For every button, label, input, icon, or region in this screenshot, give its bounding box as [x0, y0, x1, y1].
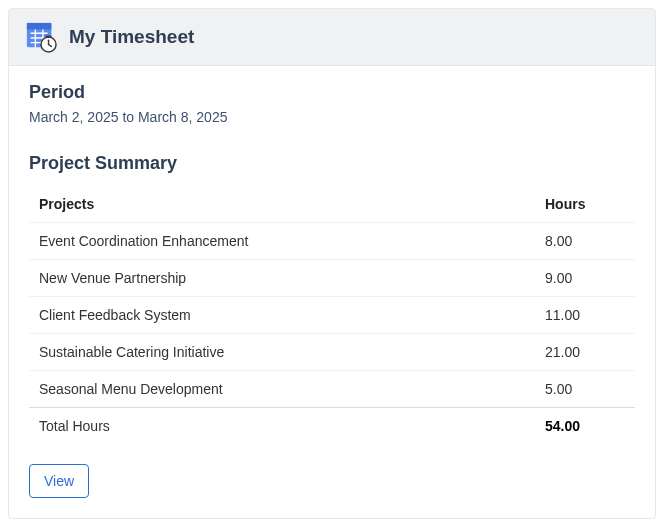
- view-button[interactable]: View: [29, 464, 89, 498]
- timesheet-card: My Timesheet Period March 2, 2025 to Mar…: [8, 8, 656, 519]
- summary-heading: Project Summary: [29, 153, 635, 174]
- table-row: Client Feedback System 11.00: [29, 297, 635, 334]
- table-row: Seasonal Menu Development 5.00: [29, 371, 635, 408]
- project-name-cell: Event Coordination Enhancement: [29, 223, 535, 260]
- svg-rect-8: [46, 36, 52, 38]
- column-header-hours: Hours: [535, 186, 635, 223]
- total-row: Total Hours 54.00: [29, 408, 635, 445]
- period-range: March 2, 2025 to March 8, 2025: [29, 109, 635, 125]
- project-hours-cell: 11.00: [535, 297, 635, 334]
- timesheet-icon: [25, 21, 57, 53]
- total-label-cell: Total Hours: [29, 408, 535, 445]
- column-header-projects: Projects: [29, 186, 535, 223]
- table-row: Sustainable Catering Initiative 21.00: [29, 334, 635, 371]
- project-hours-cell: 5.00: [535, 371, 635, 408]
- project-name-cell: Client Feedback System: [29, 297, 535, 334]
- project-name-cell: Seasonal Menu Development: [29, 371, 535, 408]
- project-hours-cell: 9.00: [535, 260, 635, 297]
- project-hours-cell: 21.00: [535, 334, 635, 371]
- project-hours-cell: 8.00: [535, 223, 635, 260]
- table-row: Event Coordination Enhancement 8.00: [29, 223, 635, 260]
- page-title: My Timesheet: [69, 26, 194, 48]
- project-summary-table: Projects Hours Event Coordination Enhanc…: [29, 186, 635, 444]
- table-row: New Venue Partnership 9.00: [29, 260, 635, 297]
- project-name-cell: New Venue Partnership: [29, 260, 535, 297]
- card-header: My Timesheet: [9, 9, 655, 66]
- svg-rect-1: [27, 23, 51, 30]
- table-header-row: Projects Hours: [29, 186, 635, 223]
- project-name-cell: Sustainable Catering Initiative: [29, 334, 535, 371]
- total-hours-cell: 54.00: [535, 408, 635, 445]
- period-heading: Period: [29, 82, 635, 103]
- card-body: Period March 2, 2025 to March 8, 2025 Pr…: [9, 66, 655, 518]
